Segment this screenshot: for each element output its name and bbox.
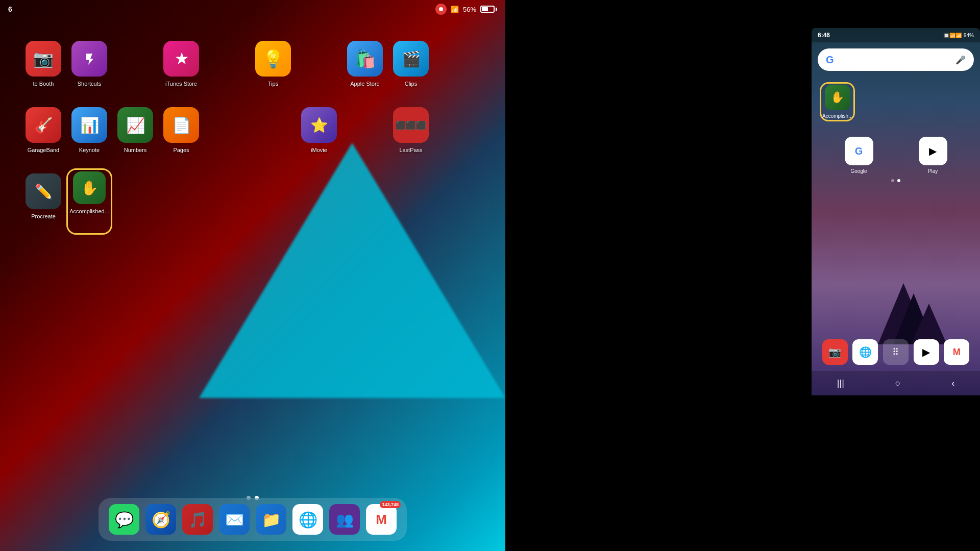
ipad-status-bar: 6 📶 56% [0,0,505,18]
app-itunes[interactable]: ★ iTunes Store [158,36,204,102]
garageband-label: GarageBand [28,147,59,154]
app-photo-booth[interactable]: 📷 to Booth [20,36,66,102]
gmail-badge: 143,748 [380,501,401,508]
ipad-dock: 💬 🧭 🎵 ✉️ 📁 🌐 👥 M 143,748 [99,498,407,541]
lastpass-label: LastPass [399,147,422,154]
app-apple-store[interactable]: 🛍️ Apple Store [342,36,388,102]
app-procreate[interactable]: ✏️ Procreate [20,168,66,235]
accomplished-icon: ✋ [73,171,106,204]
record-button[interactable] [435,4,447,15]
android-battery: 94% [964,33,974,38]
shortcuts-icon [71,41,107,77]
app-clips[interactable]: 🎬 Clips [388,36,434,102]
photo-booth-label: to Booth [33,81,54,87]
battery-fill [482,7,488,11]
android-dock-launcher[interactable]: ⠿ [883,339,909,365]
imovie-icon: ⭐ [301,107,337,143]
google-search-bar[interactable]: G 🎤 [818,48,974,71]
mic-icon[interactable]: 🎤 [955,55,966,65]
app-tips[interactable]: 💡 Tips [250,36,296,102]
dock-mail[interactable]: ✉️ [219,504,250,535]
android-middle-apps: G Google ▶ Play [812,127,980,174]
tips-icon: 💡 [255,41,291,77]
ipad-time: 6 [8,5,12,13]
android-recent-btn[interactable]: ||| [837,378,844,389]
clips-icon: 🎬 [393,41,429,77]
apple-store-label: Apple Store [350,81,379,87]
android-icons-group: 🔲📶📶 [943,33,962,38]
app-garageband[interactable]: 🎸 GarageBand [20,102,66,168]
android-status-icons: 🔲📶📶 94% [943,33,974,38]
app-pages[interactable]: 📄 Pages [158,102,204,168]
android-dot-2 [897,179,900,182]
dock-teams[interactable]: 👥 [329,504,360,535]
wifi-symbol: 📶 [451,6,459,13]
keynote-icon: 📊 [71,107,107,143]
itunes-label: iTunes Store [165,81,197,87]
accomplished-label: Accomplished... [69,208,109,215]
android-play-app[interactable]: ▶ Play [919,137,947,174]
shortcuts-label: Shortcuts [78,81,101,87]
record-dot [439,7,443,11]
android-google-icon: G [845,137,873,165]
battery-tip [496,8,497,11]
app-accomplished[interactable]: ✋ Accomplished... [66,168,112,235]
android-dock-gmail[interactable]: M [944,339,969,365]
android-google-app[interactable]: G Google [845,137,873,174]
battery-percent: 56% [463,6,476,13]
google-g-logo: G [826,54,834,66]
tips-label: Tips [268,81,278,87]
android-dock-chrome[interactable]: 🌐 [852,339,878,365]
apple-store-icon: 🛍️ [347,41,383,77]
app-imovie[interactable]: ⭐ iMovie [296,102,342,168]
numbers-icon: 📈 [117,107,153,143]
android-accomplished-label: Accomplish... [822,113,852,119]
android-play-icon: ▶ [919,137,947,165]
android-play-label: Play [928,168,938,174]
keynote-label: Keynote [79,147,100,154]
dock-messages[interactable]: 💬 [109,504,139,535]
photo-booth-icon: 📷 [26,41,61,77]
android-home-btn[interactable]: ○ [895,378,901,389]
android-dock-camera[interactable]: 📷 [822,339,848,365]
procreate-label: Procreate [31,213,56,220]
ipad-screen: 6 📶 56% 📷 to Booth [0,0,505,551]
pages-icon: 📄 [163,107,199,143]
android-page-dots [812,179,980,182]
garageband-icon: 🎸 [26,107,61,143]
app-keynote[interactable]: 📊 Keynote [66,102,112,168]
android-dock: 📷 🌐 ⠿ ▶ M [812,334,980,370]
android-accomplished[interactable]: ✋ Accomplish... [820,82,855,121]
android-accomplished-icon: ✋ [825,85,850,110]
mountain-silhouettes [812,242,980,344]
dock-music[interactable]: 🎵 [182,504,213,535]
pages-label: Pages [173,147,189,154]
dock-safari[interactable]: 🧭 [145,504,176,535]
imovie-label: iMovie [311,147,327,154]
android-app-row1: ✋ Accomplish... [812,77,980,127]
android-dock-playstore[interactable]: ▶ [914,339,939,365]
numbers-label: Numbers [124,147,147,154]
android-back-btn[interactable]: ‹ [951,378,954,389]
clips-label: Clips [405,81,417,87]
android-status-bar: 6:46 🔲📶📶 94% [812,28,980,42]
app-numbers[interactable]: 📈 Numbers [112,102,158,168]
android-time: 6:46 [818,32,830,39]
dock-chrome[interactable]: 🌐 [292,504,323,535]
ipad-status-right: 📶 56% [435,4,497,15]
android-dot-1 [891,179,894,182]
battery-icon [480,6,497,13]
dock-files[interactable]: 📁 [256,504,286,535]
lastpass-icon: ⬛⬛⬛ [393,107,429,143]
battery-body [480,6,495,13]
app-grid: 📷 to Booth Shortcuts ★ iTunes Store 💡 Ti… [0,26,505,245]
itunes-icon: ★ [163,41,199,77]
app-lastpass[interactable]: ⬛⬛⬛ LastPass [388,102,434,168]
android-google-label: Google [850,168,867,174]
app-shortcuts[interactable]: Shortcuts [66,36,112,102]
android-nav-bar: ||| ○ ‹ [812,371,980,395]
procreate-icon: ✏️ [26,173,61,209]
android-phone: 6:46 🔲📶📶 94% G 🎤 ✋ Accomplish... G Googl [812,28,980,395]
dock-gmail[interactable]: M 143,748 [366,504,397,535]
